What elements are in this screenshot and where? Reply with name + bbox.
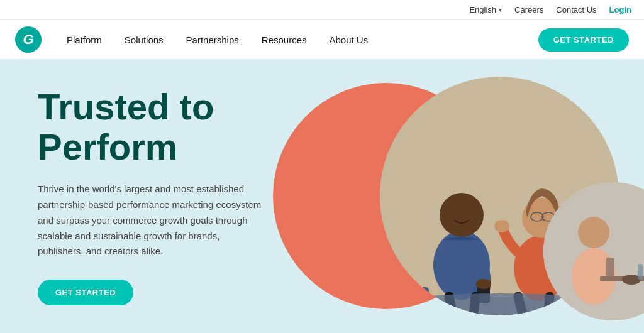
- nav-about-us[interactable]: About Us: [330, 35, 369, 45]
- svg-rect-19: [606, 258, 614, 276]
- nav-partnerships[interactable]: Partnerships: [186, 35, 239, 45]
- svg-point-16: [578, 217, 609, 248]
- hero-cta-button[interactable]: GET STARTED: [38, 280, 133, 305]
- hero-section: Trusted to Perform Thrive in the world's…: [0, 59, 644, 333]
- svg-point-3: [440, 193, 484, 237]
- nav-solutions[interactable]: Solutions: [125, 35, 164, 45]
- svg-point-11: [494, 220, 509, 232]
- nav-links: Platform Solutions Partnerships Resource…: [67, 35, 538, 45]
- svg-rect-12: [416, 287, 429, 315]
- hero-content: Trusted to Perform Thrive in the world's…: [0, 87, 302, 305]
- svg-rect-21: [638, 264, 643, 280]
- hero-visuals: [304, 59, 644, 333]
- login-link[interactable]: Login: [609, 5, 631, 14]
- nav-platform[interactable]: Platform: [67, 35, 102, 45]
- contact-link[interactable]: Contact Us: [556, 5, 596, 14]
- hero-title-line2: Perform: [38, 126, 177, 167]
- utility-bar: English ▾ Careers Contact Us Login: [0, 0, 644, 20]
- chevron-down-icon: ▾: [499, 6, 502, 13]
- language-selector[interactable]: English ▾: [469, 5, 502, 14]
- logo-letter: G: [23, 31, 33, 48]
- logo[interactable]: G: [15, 26, 42, 53]
- hero-title: Trusted to Perform: [38, 87, 264, 167]
- main-nav: G Platform Solutions Partnerships Resour…: [0, 20, 644, 59]
- hero-subtitle: Thrive in the world's largest and most e…: [38, 182, 264, 259]
- hero-title-line1: Trusted to: [38, 86, 214, 127]
- nav-resources[interactable]: Resources: [262, 35, 307, 45]
- svg-point-5: [476, 279, 491, 289]
- language-label: English: [469, 5, 496, 14]
- careers-link[interactable]: Careers: [514, 5, 543, 14]
- get-started-nav-button[interactable]: GET STARTED: [538, 28, 629, 52]
